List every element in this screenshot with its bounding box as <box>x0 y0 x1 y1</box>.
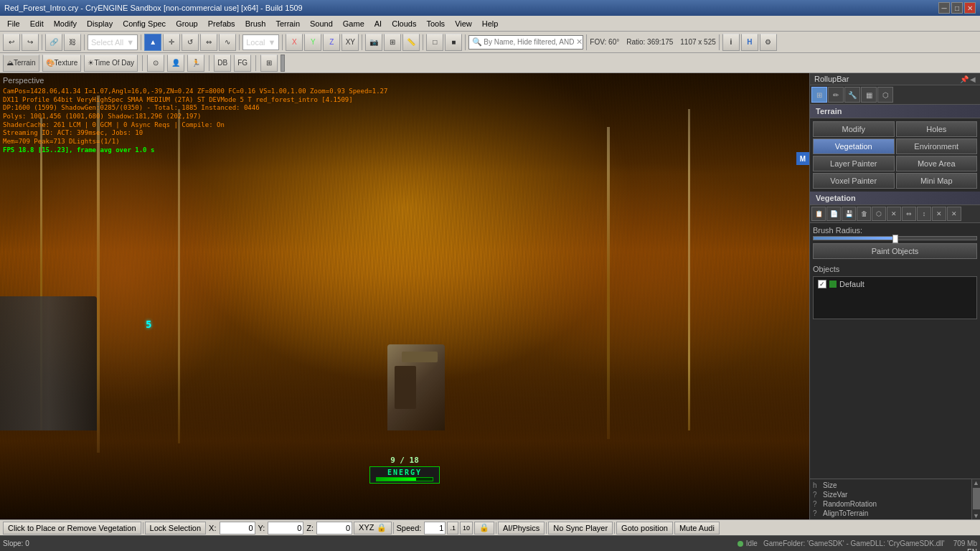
veg-distribute-button[interactable]: ⬡ <box>872 207 886 221</box>
y-coord-input[interactable] <box>268 522 303 534</box>
menu-clouds[interactable]: Clouds <box>387 18 420 29</box>
veg-scale-button[interactable]: ⇔ <box>902 207 916 221</box>
voxel-painter-button[interactable]: Voxel Painter <box>813 173 895 189</box>
window-controls[interactable]: ─ □ ✕ <box>938 2 976 14</box>
layout-button[interactable]: ⊞ <box>260 55 278 72</box>
properties-scrollbar[interactable]: ▲ ▼ <box>971 479 980 519</box>
vegetation-button[interactable]: Vegetation <box>813 138 895 154</box>
menu-terrain[interactable]: Terrain <box>271 18 304 29</box>
ruler-button[interactable]: 📏 <box>402 34 420 51</box>
hex-icon-button[interactable]: ⬡ <box>877 87 893 103</box>
mute-audio-button[interactable]: Mute Audi <box>674 522 720 534</box>
texture-mode-button[interactable]: 🎨 Texture <box>42 55 82 72</box>
coord-system-dropdown[interactable]: Local ▼ <box>242 34 279 50</box>
menu-game[interactable]: Game <box>339 18 369 29</box>
xy-axis-button[interactable]: XY <box>341 34 359 51</box>
menu-brush[interactable]: Brush <box>241 18 270 29</box>
info-button[interactable]: i <box>722 34 740 51</box>
veg-remove1-button[interactable]: ✕ <box>932 207 946 221</box>
z-axis-button[interactable]: Z <box>323 34 340 51</box>
search-input[interactable] <box>484 38 575 46</box>
speed-inc-button[interactable]: 10 <box>460 522 473 534</box>
goto-position-button[interactable]: Goto position <box>616 522 673 534</box>
maximize-button[interactable]: □ <box>951 2 963 14</box>
viewport[interactable]: 9 / 18 ENERGY 5 CamPos=1428.06,41.34 I=1… <box>0 73 809 519</box>
mini-map-button[interactable]: Mini Map <box>896 173 978 189</box>
rollupbar-expand-button[interactable]: ◀ <box>970 75 976 83</box>
select-tool-button[interactable]: ▲ <box>144 34 161 51</box>
veg-flip-button[interactable]: ↕ <box>917 207 931 221</box>
veg-delete-button[interactable]: 🗑 <box>857 207 871 221</box>
link-button[interactable]: 🔗 <box>45 34 62 51</box>
menu-tools[interactable]: Tools <box>422 18 449 29</box>
rotate-tool-button[interactable]: ↺ <box>182 34 199 51</box>
move-tool-button[interactable]: ✛ <box>163 34 180 51</box>
object-checkbox[interactable]: ✓ <box>818 280 826 288</box>
holes-button[interactable]: Holes <box>896 121 978 137</box>
camera-button[interactable]: 📷 <box>365 34 382 51</box>
z-coord-input[interactable] <box>316 522 352 534</box>
terrain-mode-button[interactable]: ⛰ Terrain <box>3 55 39 72</box>
grid-icon-button[interactable]: ▦ <box>861 87 877 103</box>
menu-edit[interactable]: Edit <box>26 18 48 29</box>
modify-button[interactable]: Modify <box>813 121 895 137</box>
scale-tool-button[interactable]: ⇔ <box>200 34 217 51</box>
no-sync-player-button[interactable]: No Sync Player <box>548 522 613 534</box>
unlink-button[interactable]: ⛓ <box>64 34 81 51</box>
menu-help[interactable]: Help <box>478 18 503 29</box>
place-remove-veg-button[interactable]: Click to Place or Remove Vegetation <box>3 522 141 534</box>
objects-icon-button[interactable]: ⊞ <box>811 87 827 103</box>
menu-group[interactable]: Group <box>171 18 202 29</box>
veg-new-button[interactable]: 📋 <box>811 207 826 221</box>
scroll-down-button[interactable]: ▼ <box>972 512 980 519</box>
lock-icon-button[interactable]: 🔒 <box>474 522 494 534</box>
paint-objects-button[interactable]: Paint Objects <box>813 243 977 259</box>
layer-painter-button[interactable]: Layer Painter <box>813 156 895 171</box>
move-area-button[interactable]: Move Area <box>896 156 978 171</box>
fg-button[interactable]: FG <box>234 55 251 72</box>
grid-button[interactable]: ⊞ <box>384 34 401 51</box>
redo-button[interactable]: ↪ <box>22 34 39 51</box>
xyz-button[interactable]: XYZ 🔒 <box>354 522 391 534</box>
menu-file[interactable]: File <box>3 18 24 29</box>
wireframe-button[interactable]: □ <box>426 34 443 51</box>
scroll-up-button[interactable]: ▲ <box>972 479 980 486</box>
lock-selection-button[interactable]: Lock Selection <box>145 522 207 534</box>
minimize-button[interactable]: ─ <box>938 2 950 14</box>
help-button[interactable]: H <box>741 34 758 51</box>
menu-config-spec[interactable]: Config Spec <box>118 18 170 29</box>
rollupbar-pin-button[interactable]: 📌 <box>960 75 969 83</box>
veg-clear-button[interactable]: ✕ <box>887 207 901 221</box>
undo-button[interactable]: ↩ <box>3 34 20 51</box>
objects-list[interactable]: ✓ Default <box>813 276 977 319</box>
y-axis-button[interactable]: Y <box>304 34 321 51</box>
search-box[interactable]: 🔍 ✕ <box>468 35 583 50</box>
layers-icon-button[interactable]: ✏ <box>828 87 844 103</box>
menu-modify[interactable]: Modify <box>50 18 81 29</box>
search-clear-icon[interactable]: ✕ <box>576 37 583 47</box>
speed-input[interactable] <box>424 522 446 534</box>
speed-dec-button[interactable]: .1 <box>447 522 458 534</box>
veg-open-button[interactable]: 📄 <box>826 207 841 221</box>
settings-icon-button[interactable]: 🔧 <box>844 87 860 103</box>
db-button[interactable]: DB <box>214 55 231 72</box>
menu-display[interactable]: Display <box>83 18 117 29</box>
select-all-dropdown[interactable]: Select All ▼ <box>88 34 138 50</box>
ai-physics-button[interactable]: AI/Physics <box>498 522 545 534</box>
clock-display[interactable]: EN 10:53 μμ 11/11/2013 <box>945 548 977 552</box>
menu-prefabs[interactable]: Prefabs <box>204 18 240 29</box>
close-button[interactable]: ✕ <box>964 2 976 14</box>
menu-view[interactable]: View <box>451 18 476 29</box>
x-axis-button[interactable]: X <box>286 34 303 51</box>
settings-button[interactable]: ⚙ <box>760 34 777 51</box>
scrollbar-thumb[interactable] <box>973 488 980 509</box>
terrain-btn1[interactable]: ⊙ <box>147 55 164 72</box>
terrain-btn2[interactable]: 👤 <box>167 55 184 72</box>
veg-remove2-button[interactable]: ✕ <box>947 207 961 221</box>
veg-save-button[interactable]: 💾 <box>842 207 856 221</box>
menu-sound[interactable]: Sound <box>306 18 337 29</box>
menu-ai[interactable]: AI <box>370 18 386 29</box>
toolbar-resize-handle[interactable] <box>281 55 285 72</box>
brush-radius-slider[interactable] <box>813 236 977 240</box>
x-coord-input[interactable] <box>220 522 255 534</box>
